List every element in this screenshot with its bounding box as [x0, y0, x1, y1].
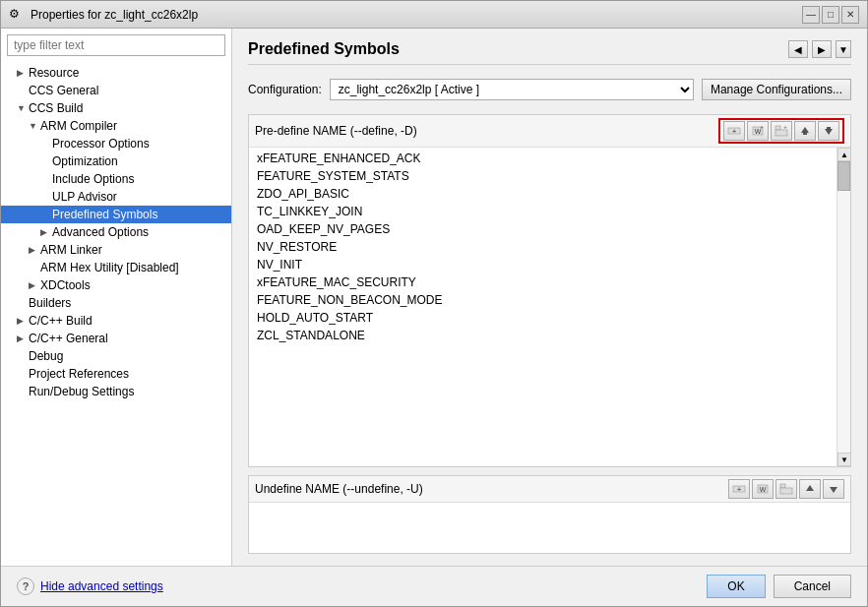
- svg-rect-11: [827, 127, 831, 129]
- bottom-right: OK Cancel: [707, 575, 851, 598]
- svg-rect-9: [803, 133, 807, 135]
- undefine-add-workspace-button[interactable]: W: [752, 479, 774, 499]
- dialog-icon: ⚙: [9, 7, 25, 23]
- sidebar-item-predefined-symbols[interactable]: Predefined Symbols: [1, 206, 231, 223]
- ok-button[interactable]: OK: [707, 575, 765, 598]
- undefine-section: Undefine NAME (--undefine, -U) +: [248, 475, 851, 554]
- sidebar-item-label: Builders: [29, 296, 71, 310]
- svg-rect-6: [775, 130, 787, 136]
- list-item: NV_INIT: [255, 256, 831, 273]
- tree-arrow: ▶: [40, 227, 52, 237]
- undefine-move-down-button[interactable]: [823, 479, 844, 499]
- sidebar-item-ccs-build[interactable]: ▼ CCS Build: [1, 99, 231, 117]
- tree: ▶ Resource CCS General ▼ CCS Build ▼ ARM…: [1, 62, 231, 566]
- sidebar-item-cpp-build[interactable]: ▶ C/C++ Build: [1, 312, 231, 330]
- help-button[interactable]: ?: [17, 577, 34, 595]
- sidebar-item-processor-options[interactable]: Processor Options: [1, 135, 231, 152]
- tree-arrow: ▶: [17, 316, 29, 326]
- svg-rect-16: [780, 484, 785, 488]
- cancel-button[interactable]: Cancel: [774, 575, 851, 598]
- move-up-icon: [798, 124, 812, 138]
- close-button[interactable]: ✕: [841, 6, 859, 24]
- hide-advanced-link[interactable]: Hide advanced settings: [40, 579, 163, 593]
- scroll-track: [837, 161, 850, 453]
- undefine-header: Undefine NAME (--undefine, -U) +: [249, 476, 850, 503]
- sidebar-item-resource[interactable]: ▶ Resource: [1, 64, 231, 82]
- back-button[interactable]: ◀: [788, 40, 808, 58]
- sidebar-item-label: C/C++ General: [29, 332, 108, 345]
- sidebar-item-project-references[interactable]: Project References: [1, 365, 231, 383]
- sidebar-item-ulp-advisor[interactable]: ULP Advisor: [1, 188, 231, 206]
- move-down-icon: [822, 124, 836, 138]
- undefine-add-button[interactable]: +: [728, 479, 750, 499]
- sidebar-item-arm-hex-utility[interactable]: ARM Hex Utility [Disabled]: [1, 259, 231, 276]
- scroll-thumb[interactable]: [837, 161, 850, 191]
- svg-marker-8: [801, 127, 809, 133]
- filter-input[interactable]: [7, 34, 225, 56]
- sidebar-item-debug[interactable]: Debug: [1, 347, 231, 365]
- config-label: Configuration:: [248, 83, 322, 96]
- add-workspace-icon: W +: [751, 124, 765, 138]
- minimize-button[interactable]: —: [802, 6, 820, 24]
- nav-area: ◀ ▶ ▼: [788, 40, 851, 58]
- svg-text:+: +: [760, 124, 764, 130]
- predefine-list[interactable]: xFEATURE_ENHANCED_ACK FEATURE_SYSTEM_STA…: [249, 148, 837, 466]
- list-item: xFEATURE_ENHANCED_ACK: [255, 150, 831, 167]
- undefine-add-filesystem-button[interactable]: [775, 479, 797, 499]
- manage-configurations-button[interactable]: Manage Configurations...: [702, 79, 851, 100]
- add-symbol-button[interactable]: +: [723, 121, 745, 141]
- add-icon: +: [727, 124, 741, 138]
- svg-text:W: W: [760, 486, 767, 493]
- add-from-workspace-button[interactable]: W +: [747, 121, 769, 141]
- sidebar-item-include-options[interactable]: Include Options: [1, 170, 231, 188]
- sidebar-item-run-debug-settings[interactable]: Run/Debug Settings: [1, 383, 231, 400]
- sidebar-item-label: Include Options: [52, 172, 134, 186]
- svg-marker-18: [806, 485, 814, 491]
- sidebar-item-label: CCS General: [29, 84, 98, 97]
- sidebar-item-label: CCS Build: [29, 101, 83, 115]
- list-item: ZDO_API_BASIC: [255, 185, 831, 203]
- dropdown-button[interactable]: ▼: [836, 40, 851, 58]
- undefine-title: Undefine NAME (--undefine, -U): [255, 482, 423, 496]
- sidebar-item-arm-linker[interactable]: ▶ ARM Linker: [1, 241, 231, 259]
- sidebar-item-ccs-general[interactable]: CCS General: [1, 82, 231, 99]
- forward-button[interactable]: ▶: [812, 40, 832, 58]
- sidebar-item-label: Project References: [29, 367, 129, 381]
- list-item: HOLD_AUTO_START: [255, 309, 831, 327]
- title-bar-buttons: — □ ✕: [802, 6, 859, 24]
- sidebar-item-arm-compiler[interactable]: ▼ ARM Compiler: [1, 117, 231, 135]
- sidebar-item-label: ULP Advisor: [52, 190, 117, 204]
- list-item: NV_RESTORE: [255, 238, 831, 256]
- left-panel: ▶ Resource CCS General ▼ CCS Build ▼ ARM…: [1, 29, 232, 566]
- scroll-up-arrow[interactable]: ▲: [837, 148, 850, 161]
- add-from-filesystem-button[interactable]: +: [771, 121, 792, 141]
- sidebar-item-optimization[interactable]: Optimization: [1, 152, 231, 170]
- tree-arrow: ▼: [17, 103, 29, 113]
- sidebar-item-label: ARM Linker: [40, 243, 102, 257]
- config-select[interactable]: zc_light_cc26x2lp [ Active ]: [330, 79, 694, 100]
- list-item: FEATURE_SYSTEM_STATS: [255, 167, 831, 185]
- move-down-button[interactable]: [818, 121, 839, 141]
- add-icon: +: [732, 482, 746, 496]
- move-up-button[interactable]: [794, 121, 816, 141]
- svg-text:+: +: [737, 485, 742, 494]
- undefine-move-up-button[interactable]: [799, 479, 821, 499]
- add-filesystem-icon: [779, 482, 793, 496]
- sidebar-item-xdctools[interactable]: ▶ XDCtools: [1, 276, 231, 294]
- list-item: xFEATURE_MAC_SECURITY: [255, 273, 831, 291]
- predefine-toolbar: + W +: [718, 118, 844, 144]
- undefine-toolbar: + W: [728, 479, 844, 499]
- sidebar-item-label: XDCtools: [40, 278, 91, 292]
- sidebar-item-cpp-general[interactable]: ▶ C/C++ General: [1, 330, 231, 347]
- tree-arrow: ▶: [29, 245, 40, 255]
- sidebar-item-builders[interactable]: Builders: [1, 294, 231, 312]
- title-bar: ⚙ Properties for zc_light_cc26x2lp — □ ✕: [1, 1, 867, 29]
- properties-dialog: ⚙ Properties for zc_light_cc26x2lp — □ ✕…: [0, 0, 868, 607]
- sidebar-item-advanced-options[interactable]: ▶ Advanced Options: [1, 223, 231, 241]
- sidebar-item-label: C/C++ Build: [29, 314, 93, 328]
- svg-marker-10: [825, 129, 833, 135]
- maximize-button[interactable]: □: [822, 6, 839, 24]
- bottom-bar: ? Hide advanced settings OK Cancel: [1, 566, 867, 606]
- add-filesystem-icon: +: [775, 124, 788, 138]
- scroll-down-arrow[interactable]: ▼: [837, 453, 850, 466]
